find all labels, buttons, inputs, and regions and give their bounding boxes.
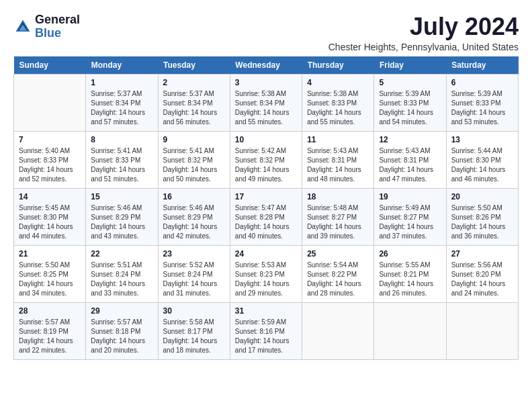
page-header: General Blue July 2024 Chester Heights, … — [13, 13, 519, 52]
day-header-wednesday: Wednesday — [230, 56, 302, 75]
day-header-monday: Monday — [86, 56, 158, 75]
week-row-2: 7Sunrise: 5:40 AM Sunset: 8:33 PM Daylig… — [14, 131, 519, 188]
day-number: 21 — [19, 249, 81, 259]
day-cell: 11Sunrise: 5:43 AM Sunset: 8:31 PM Dayli… — [302, 131, 374, 188]
day-header-saturday: Saturday — [446, 56, 518, 75]
logo-line2: Blue — [35, 27, 80, 40]
day-cell: 3Sunrise: 5:38 AM Sunset: 8:34 PM Daylig… — [230, 74, 302, 131]
day-info: Sunrise: 5:42 AM Sunset: 8:32 PM Dayligh… — [235, 146, 297, 184]
day-info: Sunrise: 5:50 AM Sunset: 8:26 PM Dayligh… — [451, 203, 513, 241]
day-number: 3 — [235, 78, 297, 87]
day-number: 13 — [451, 135, 513, 144]
day-info: Sunrise: 5:57 AM Sunset: 8:18 PM Dayligh… — [91, 318, 152, 355]
day-number: 31 — [235, 306, 297, 316]
day-info: Sunrise: 5:37 AM Sunset: 8:34 PM Dayligh… — [91, 89, 152, 127]
day-cell: 26Sunrise: 5:55 AM Sunset: 8:21 PM Dayli… — [374, 245, 446, 302]
day-info: Sunrise: 5:57 AM Sunset: 8:19 PM Dayligh… — [19, 318, 81, 355]
week-row-1: 1Sunrise: 5:37 AM Sunset: 8:34 PM Daylig… — [14, 74, 519, 131]
day-cell: 24Sunrise: 5:53 AM Sunset: 8:23 PM Dayli… — [230, 245, 302, 302]
day-info: Sunrise: 5:43 AM Sunset: 8:31 PM Dayligh… — [307, 146, 369, 184]
day-cell — [302, 302, 374, 359]
day-cell: 6Sunrise: 5:39 AM Sunset: 8:33 PM Daylig… — [446, 74, 518, 131]
day-number: 6 — [451, 78, 513, 87]
day-number: 1 — [91, 78, 152, 87]
day-cell: 25Sunrise: 5:54 AM Sunset: 8:22 PM Dayli… — [302, 245, 374, 302]
day-header-friday: Friday — [374, 56, 446, 75]
day-number: 14 — [19, 192, 81, 201]
calendar-table: SundayMondayTuesdayWednesdayThursdayFrid… — [13, 56, 519, 360]
day-info: Sunrise: 5:52 AM Sunset: 8:24 PM Dayligh… — [163, 261, 225, 298]
day-cell: 18Sunrise: 5:48 AM Sunset: 8:27 PM Dayli… — [302, 188, 374, 245]
day-number: 12 — [379, 135, 441, 144]
logo-icon — [13, 17, 32, 36]
day-number: 30 — [163, 306, 225, 316]
day-info: Sunrise: 5:44 AM Sunset: 8:30 PM Dayligh… — [451, 146, 513, 184]
day-number: 27 — [451, 249, 513, 259]
day-cell — [14, 74, 86, 131]
day-info: Sunrise: 5:46 AM Sunset: 8:29 PM Dayligh… — [163, 203, 225, 241]
day-info: Sunrise: 5:47 AM Sunset: 8:28 PM Dayligh… — [235, 203, 297, 241]
day-info: Sunrise: 5:51 AM Sunset: 8:24 PM Dayligh… — [91, 261, 152, 298]
day-number: 25 — [307, 249, 369, 259]
day-info: Sunrise: 5:53 AM Sunset: 8:23 PM Dayligh… — [235, 261, 297, 298]
day-info: Sunrise: 5:49 AM Sunset: 8:27 PM Dayligh… — [379, 203, 441, 241]
day-cell: 23Sunrise: 5:52 AM Sunset: 8:24 PM Dayli… — [158, 245, 230, 302]
day-number: 11 — [307, 135, 369, 144]
day-number: 9 — [163, 135, 225, 144]
day-number: 15 — [91, 192, 152, 201]
day-number: 17 — [235, 192, 297, 201]
title-block: July 2024 Chester Heights, Pennsylvania,… — [328, 13, 519, 52]
day-cell: 14Sunrise: 5:45 AM Sunset: 8:30 PM Dayli… — [14, 188, 86, 245]
day-cell: 10Sunrise: 5:42 AM Sunset: 8:32 PM Dayli… — [230, 131, 302, 188]
calendar-body: 1Sunrise: 5:37 AM Sunset: 8:34 PM Daylig… — [14, 74, 519, 359]
day-info: Sunrise: 5:59 AM Sunset: 8:16 PM Dayligh… — [235, 318, 297, 355]
day-info: Sunrise: 5:37 AM Sunset: 8:34 PM Dayligh… — [163, 89, 225, 127]
day-number: 23 — [163, 249, 225, 259]
day-cell: 2Sunrise: 5:37 AM Sunset: 8:34 PM Daylig… — [158, 74, 230, 131]
day-cell: 22Sunrise: 5:51 AM Sunset: 8:24 PM Dayli… — [86, 245, 158, 302]
day-cell — [374, 302, 446, 359]
day-number: 19 — [379, 192, 441, 201]
day-cell: 9Sunrise: 5:41 AM Sunset: 8:32 PM Daylig… — [158, 131, 230, 188]
week-row-4: 21Sunrise: 5:50 AM Sunset: 8:25 PM Dayli… — [14, 245, 519, 302]
day-info: Sunrise: 5:41 AM Sunset: 8:32 PM Dayligh… — [163, 146, 225, 184]
day-cell: 7Sunrise: 5:40 AM Sunset: 8:33 PM Daylig… — [14, 131, 86, 188]
day-number: 20 — [451, 192, 513, 201]
day-cell: 17Sunrise: 5:47 AM Sunset: 8:28 PM Dayli… — [230, 188, 302, 245]
day-number: 5 — [379, 78, 441, 87]
logo: General Blue — [13, 13, 80, 40]
day-cell: 19Sunrise: 5:49 AM Sunset: 8:27 PM Dayli… — [374, 188, 446, 245]
day-header-thursday: Thursday — [302, 56, 374, 75]
location-title: Chester Heights, Pennsylvania, United St… — [328, 42, 519, 52]
day-info: Sunrise: 5:46 AM Sunset: 8:29 PM Dayligh… — [91, 203, 152, 241]
day-number: 8 — [91, 135, 152, 144]
day-cell: 8Sunrise: 5:41 AM Sunset: 8:33 PM Daylig… — [86, 131, 158, 188]
day-info: Sunrise: 5:50 AM Sunset: 8:25 PM Dayligh… — [19, 261, 81, 298]
day-info: Sunrise: 5:38 AM Sunset: 8:34 PM Dayligh… — [235, 89, 297, 127]
day-cell: 21Sunrise: 5:50 AM Sunset: 8:25 PM Dayli… — [14, 245, 86, 302]
day-info: Sunrise: 5:45 AM Sunset: 8:30 PM Dayligh… — [19, 203, 81, 241]
day-info: Sunrise: 5:38 AM Sunset: 8:33 PM Dayligh… — [307, 89, 369, 127]
calendar-header: SundayMondayTuesdayWednesdayThursdayFrid… — [14, 56, 519, 75]
day-number: 4 — [307, 78, 369, 87]
day-number: 16 — [163, 192, 225, 201]
week-row-5: 28Sunrise: 5:57 AM Sunset: 8:19 PM Dayli… — [14, 302, 519, 359]
week-row-3: 14Sunrise: 5:45 AM Sunset: 8:30 PM Dayli… — [14, 188, 519, 245]
day-cell: 27Sunrise: 5:56 AM Sunset: 8:20 PM Dayli… — [446, 245, 518, 302]
day-cell: 1Sunrise: 5:37 AM Sunset: 8:34 PM Daylig… — [86, 74, 158, 131]
day-cell: 31Sunrise: 5:59 AM Sunset: 8:16 PM Dayli… — [230, 302, 302, 359]
month-title: July 2024 — [328, 13, 519, 40]
logo-line1: General — [35, 13, 80, 27]
day-cell: 20Sunrise: 5:50 AM Sunset: 8:26 PM Dayli… — [446, 188, 518, 245]
day-number: 18 — [307, 192, 369, 201]
day-number: 10 — [235, 135, 297, 144]
day-number: 2 — [163, 78, 225, 87]
day-info: Sunrise: 5:48 AM Sunset: 8:27 PM Dayligh… — [307, 203, 369, 241]
day-info: Sunrise: 5:56 AM Sunset: 8:20 PM Dayligh… — [451, 261, 513, 298]
day-number: 29 — [91, 306, 152, 316]
day-number: 28 — [19, 306, 81, 316]
day-number: 7 — [19, 135, 81, 144]
day-number: 22 — [91, 249, 152, 259]
day-info: Sunrise: 5:39 AM Sunset: 8:33 PM Dayligh… — [379, 89, 441, 127]
day-cell: 15Sunrise: 5:46 AM Sunset: 8:29 PM Dayli… — [86, 188, 158, 245]
